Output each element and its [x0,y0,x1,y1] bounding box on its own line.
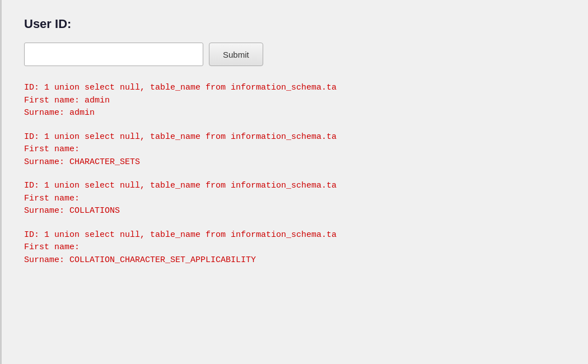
result-line: First name: admin [24,95,566,108]
result-line: First name: [24,241,566,254]
result-block: ID: 1 union select null, table_name from… [24,229,566,267]
result-block: ID: 1 union select null, table_name from… [24,131,566,169]
result-line: First name: [24,193,566,206]
result-line: ID: 1 union select null, table_name from… [24,131,566,144]
result-line: Surname: COLLATIONS [24,205,566,218]
input-row: Submit [24,43,566,66]
result-block: ID: 1 union select null, table_name from… [24,180,566,218]
result-line: Surname: admin [24,107,566,120]
results-container: ID: 1 union select null, table_name from… [24,82,566,278]
result-line: ID: 1 union select null, table_name from… [24,180,566,193]
result-line: ID: 1 union select null, table_name from… [24,229,566,242]
result-line: First name: [24,143,566,156]
user-id-input[interactable] [24,43,203,66]
submit-button[interactable]: Submit [209,43,263,66]
user-id-label: User ID: [24,17,566,31]
result-line: Surname: CHARACTER_SETS [24,156,566,169]
result-line: ID: 1 union select null, table_name from… [24,82,566,95]
result-line: Surname: COLLATION_CHARACTER_SET_APPLICA… [24,254,566,267]
page-container: User ID: Submit ID: 1 union select null,… [0,0,588,364]
result-block: ID: 1 union select null, table_name from… [24,82,566,120]
